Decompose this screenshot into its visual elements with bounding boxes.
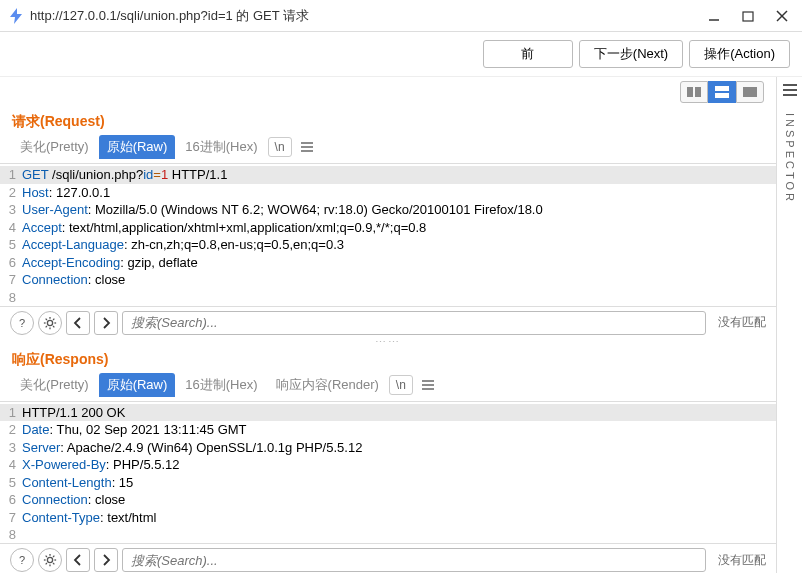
svg-point-27 bbox=[47, 557, 52, 562]
tab-raw[interactable]: 原始(Raw) bbox=[99, 135, 176, 159]
svg-rect-9 bbox=[743, 87, 757, 97]
view-columns-button[interactable] bbox=[680, 81, 708, 103]
window-buttons bbox=[708, 10, 788, 22]
prev-icon[interactable] bbox=[66, 548, 90, 572]
newline-toggle[interactable]: \n bbox=[389, 375, 413, 395]
app-icon bbox=[8, 8, 24, 24]
svg-text:?: ? bbox=[19, 554, 25, 566]
view-single-button[interactable] bbox=[736, 81, 764, 103]
svg-line-32 bbox=[46, 556, 47, 557]
inspector-label[interactable]: INSPECTOR bbox=[784, 113, 796, 204]
tab-raw[interactable]: 原始(Raw) bbox=[99, 373, 176, 397]
request-section: 请求(Request) 美化(Pretty) 原始(Raw) 16进制(Hex)… bbox=[0, 107, 776, 339]
view-rows-button[interactable] bbox=[708, 81, 736, 103]
inspector-sidebar: INSPECTOR bbox=[776, 77, 802, 573]
tab-hex[interactable]: 16进制(Hex) bbox=[177, 135, 265, 159]
svg-point-14 bbox=[47, 320, 52, 325]
newline-toggle[interactable]: \n bbox=[268, 137, 292, 157]
svg-line-35 bbox=[53, 556, 54, 557]
window-title: http://127.0.0.1/sqli/union.php?id=1 的 G… bbox=[30, 7, 708, 25]
svg-rect-5 bbox=[687, 87, 693, 97]
svg-line-20 bbox=[53, 326, 54, 327]
response-footer: ? 没有匹配 bbox=[0, 543, 776, 573]
close-button[interactable] bbox=[776, 10, 788, 22]
action-button[interactable]: 操作(Action) bbox=[689, 40, 790, 68]
request-body[interactable]: 1GET /sqli/union.php?id=1 HTTP/1.1 2Host… bbox=[0, 164, 776, 306]
back-button[interactable]: 前 bbox=[483, 40, 573, 68]
tab-render[interactable]: 响应内容(Render) bbox=[268, 373, 387, 397]
response-body[interactable]: 1HTTP/1.1 200 OK 2Date: Thu, 02 Sep 2021… bbox=[0, 402, 776, 544]
titlebar: http://127.0.0.1/sqli/union.php?id=1 的 G… bbox=[0, 0, 802, 32]
response-section: 响应(Respons) 美化(Pretty) 原始(Raw) 16进制(Hex)… bbox=[0, 345, 776, 574]
next-icon[interactable] bbox=[94, 548, 118, 572]
gear-icon[interactable] bbox=[38, 548, 62, 572]
no-match-label: 没有匹配 bbox=[710, 552, 766, 569]
svg-line-34 bbox=[46, 563, 47, 564]
no-match-label: 没有匹配 bbox=[710, 314, 766, 331]
response-search-input[interactable] bbox=[122, 548, 706, 572]
minimize-button[interactable] bbox=[708, 10, 720, 22]
svg-line-33 bbox=[53, 563, 54, 564]
svg-line-19 bbox=[46, 318, 47, 319]
svg-rect-6 bbox=[695, 87, 701, 97]
next-button[interactable]: 下一步(Next) bbox=[579, 40, 683, 68]
help-icon[interactable]: ? bbox=[10, 311, 34, 335]
request-footer: ? 没有匹配 bbox=[0, 306, 776, 339]
svg-rect-8 bbox=[715, 93, 729, 98]
response-tabs: 美化(Pretty) 原始(Raw) 16进制(Hex) 响应内容(Render… bbox=[0, 373, 776, 402]
sidebar-menu-icon[interactable] bbox=[782, 83, 798, 97]
tab-pretty[interactable]: 美化(Pretty) bbox=[12, 135, 97, 159]
tab-pretty[interactable]: 美化(Pretty) bbox=[12, 373, 97, 397]
response-title: 响应(Respons) bbox=[0, 345, 776, 373]
svg-rect-7 bbox=[715, 86, 729, 91]
next-icon[interactable] bbox=[94, 311, 118, 335]
prev-icon[interactable] bbox=[66, 311, 90, 335]
menu-icon[interactable] bbox=[294, 139, 320, 155]
help-icon[interactable]: ? bbox=[10, 548, 34, 572]
maximize-button[interactable] bbox=[742, 10, 754, 22]
action-bar: 前 下一步(Next) 操作(Action) bbox=[0, 32, 802, 77]
svg-marker-0 bbox=[10, 8, 22, 24]
svg-line-22 bbox=[53, 318, 54, 319]
svg-rect-2 bbox=[743, 12, 753, 21]
tab-hex[interactable]: 16进制(Hex) bbox=[177, 373, 265, 397]
svg-text:?: ? bbox=[19, 317, 25, 329]
view-toggle bbox=[0, 77, 776, 107]
request-tabs: 美化(Pretty) 原始(Raw) 16进制(Hex) \n bbox=[0, 135, 776, 164]
request-title: 请求(Request) bbox=[0, 107, 776, 135]
gear-icon[interactable] bbox=[38, 311, 62, 335]
svg-line-21 bbox=[46, 326, 47, 327]
request-search-input[interactable] bbox=[122, 311, 706, 335]
menu-icon[interactable] bbox=[415, 377, 441, 393]
